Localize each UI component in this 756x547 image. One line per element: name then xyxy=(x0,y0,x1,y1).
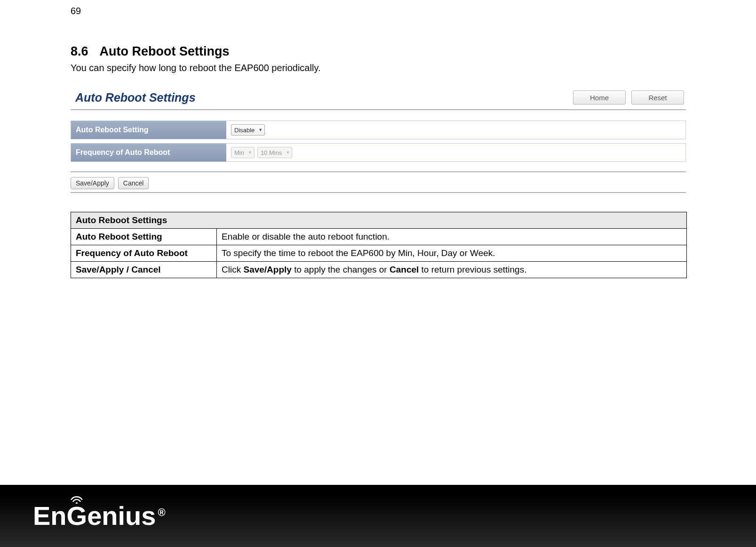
frequency-unit-select[interactable]: Min ▼ xyxy=(231,147,255,158)
chevron-down-icon: ▼ xyxy=(286,150,290,155)
row-control: Min ▼ 10 Mins ▼ xyxy=(226,144,685,161)
row-label: Frequency of Auto Reboot xyxy=(71,148,226,157)
text: to return previous settings. xyxy=(419,265,526,274)
footer-buttons: Save/Apply Cancel xyxy=(71,177,686,189)
select-value: Min xyxy=(234,149,244,156)
text-bold: Save/Apply xyxy=(243,265,291,274)
save-apply-button[interactable]: Save/Apply xyxy=(71,177,114,189)
row-control: Disable ▼ xyxy=(226,121,685,139)
select-value: 10 Mins xyxy=(261,149,282,156)
table-header: Auto Reboot Settings xyxy=(71,212,687,229)
registered-mark: ® xyxy=(158,507,165,519)
select-value: Disable xyxy=(234,127,255,134)
header-buttons: Home Reset xyxy=(573,90,684,105)
frequency-value-select[interactable]: 10 Mins ▼ xyxy=(257,147,292,158)
divider xyxy=(71,171,686,172)
description-table: Auto Reboot Settings Auto Reboot Setting… xyxy=(71,212,687,278)
divider xyxy=(71,109,686,110)
row-label: Frequency of Auto Reboot xyxy=(71,245,217,262)
logo-text: enius xyxy=(87,503,156,529)
section-title: Auto Reboot Settings xyxy=(100,44,230,58)
row-label: Auto Reboot Setting xyxy=(71,229,217,245)
table-row: Auto Reboot Setting Enable or disable th… xyxy=(71,229,687,245)
home-button[interactable]: Home xyxy=(573,90,626,105)
chevron-down-icon: ▼ xyxy=(258,128,263,132)
table-row: Save/Apply / Cancel Click Save/Apply to … xyxy=(71,262,687,278)
intro-text: You can specify how long to reboot the E… xyxy=(71,63,687,73)
wifi-icon xyxy=(70,493,84,506)
page-number: 69 xyxy=(71,6,81,16)
table-row: Frequency of Auto Reboot To specify the … xyxy=(71,245,687,262)
settings-panel: Auto Reboot Settings Home Reset Auto Reb… xyxy=(71,90,686,193)
svg-point-0 xyxy=(76,502,78,504)
row-desc: To specify the time to reboot the EAP600… xyxy=(217,245,687,262)
row-auto-reboot-setting: Auto Reboot Setting Disable ▼ xyxy=(71,121,686,139)
panel-header: Auto Reboot Settings Home Reset xyxy=(71,90,686,109)
section-number: 8.6 xyxy=(71,44,88,58)
logo-g-wrap: G xyxy=(67,503,88,529)
auto-reboot-select[interactable]: Disable ▼ xyxy=(231,124,265,136)
cancel-button[interactable]: Cancel xyxy=(118,177,149,189)
panel-title: Auto Reboot Settings xyxy=(75,91,196,105)
reset-button[interactable]: Reset xyxy=(631,90,684,105)
section-heading: 8.6Auto Reboot Settings xyxy=(71,44,687,59)
content-area: 8.6Auto Reboot Settings You can specify … xyxy=(71,44,687,278)
text: to apply the changes or xyxy=(292,265,390,274)
row-desc: Click Save/Apply to apply the changes or… xyxy=(217,262,687,278)
brand-logo: En G enius ® xyxy=(33,503,166,529)
row-desc: Enable or disable the auto reboot functi… xyxy=(217,229,687,245)
settings-rows: Auto Reboot Setting Disable ▼ Frequency … xyxy=(71,121,686,162)
row-label: Auto Reboot Setting xyxy=(71,126,226,134)
text: Click xyxy=(222,265,243,274)
logo-text: En xyxy=(33,503,67,529)
chevron-down-icon: ▼ xyxy=(248,150,252,155)
row-frequency: Frequency of Auto Reboot Min ▼ 10 Mins ▼ xyxy=(71,143,686,162)
footer-bar: En G enius ® xyxy=(0,485,756,547)
text-bold: Cancel xyxy=(390,265,419,274)
row-label: Save/Apply / Cancel xyxy=(71,262,217,278)
